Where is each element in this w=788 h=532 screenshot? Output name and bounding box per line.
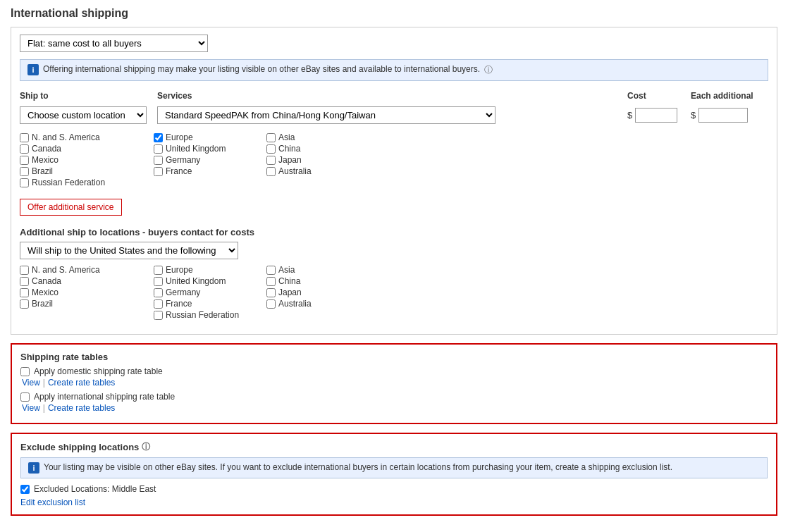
checkbox-germany[interactable] — [154, 156, 163, 165]
international-rate-label: Apply international shipping rate table — [34, 392, 175, 402]
add-location-canada[interactable]: Canada — [20, 276, 154, 286]
exclude-title-text: Exclude shipping locations — [20, 442, 139, 452]
each-additional-header: Each additional — [691, 88, 768, 104]
location-mexico[interactable]: Mexico — [20, 155, 154, 165]
add-location-brazil[interactable]: Brazil — [20, 299, 154, 309]
checkbox-asia[interactable] — [266, 133, 276, 142]
checkbox-canada[interactable] — [20, 144, 29, 154]
international-rate-links: View | Create rate tables — [22, 403, 768, 413]
checkbox-russian-federation[interactable] — [20, 178, 29, 187]
additional-ship-section: Additional ship to locations - buyers co… — [20, 227, 768, 321]
checkbox-n-s-america[interactable] — [20, 133, 29, 142]
add-checkbox-china[interactable] — [266, 277, 276, 286]
add-location-germany[interactable]: Germany — [154, 287, 266, 297]
exclude-info-text: Your listing may be visible on other eBa… — [44, 462, 672, 472]
add-checkbox-europe[interactable] — [154, 266, 163, 275]
cost-header: Cost — [627, 88, 691, 104]
exclude-title-row: Exclude shipping locations ⓘ — [20, 441, 768, 453]
add-checkbox-australia[interactable] — [266, 299, 276, 309]
location-asia[interactable]: Asia — [266, 132, 365, 142]
each-additional-dollar: $ — [691, 110, 696, 120]
ship-to-header: Ship to — [20, 88, 157, 104]
cost-input[interactable] — [635, 108, 677, 123]
add-checkbox-germany[interactable] — [154, 288, 163, 297]
domestic-rate-row: Apply domestic shipping rate table — [20, 366, 768, 376]
locations-grid: N. and S. America Canada Mexico Brazil R… — [20, 132, 768, 189]
help-icon: ⓘ — [484, 64, 493, 76]
exclude-info-icon: i — [28, 462, 39, 474]
checkbox-australia[interactable] — [266, 167, 276, 176]
checkbox-brazil[interactable] — [20, 167, 29, 176]
add-location-france[interactable]: France — [154, 299, 266, 309]
shipping-table: Ship to Services Cost Each additional Ch… — [20, 88, 768, 127]
additional-col2: Europe United Kingdom Germany France Rus… — [154, 265, 266, 321]
add-location-n-s-america[interactable]: N. and S. America — [20, 265, 154, 275]
pipe2: | — [43, 403, 45, 413]
add-checkbox-brazil[interactable] — [20, 299, 29, 309]
info-icon: i — [27, 64, 39, 75]
location-uk[interactable]: United Kingdom — [154, 144, 266, 154]
excluded-locations-checkbox[interactable] — [20, 485, 30, 494]
location-germany[interactable]: Germany — [154, 155, 266, 165]
info-bar: i Offering international shipping may ma… — [20, 59, 768, 81]
pipe1: | — [43, 378, 45, 388]
add-location-mexico[interactable]: Mexico — [20, 287, 154, 297]
additional-col3: Asia China Japan Australia — [266, 265, 365, 321]
checkbox-japan[interactable] — [266, 156, 276, 165]
create-domestic-link[interactable]: Create rate tables — [48, 378, 115, 388]
add-location-europe[interactable]: Europe — [154, 265, 266, 275]
checkbox-mexico[interactable] — [20, 156, 29, 165]
location-australia[interactable]: Australia — [266, 166, 365, 176]
services-header: Services — [157, 88, 627, 104]
excluded-locations-label: Excluded Locations: Middle East — [34, 484, 156, 494]
add-checkbox-canada[interactable] — [20, 277, 29, 286]
add-location-japan[interactable]: Japan — [266, 287, 365, 297]
flat-rate-select[interactable]: Flat: same cost to all buyers Calculated… — [20, 35, 208, 52]
add-checkbox-russian-federation[interactable] — [154, 311, 163, 320]
location-europe[interactable]: Europe — [154, 132, 266, 142]
add-checkbox-france[interactable] — [154, 299, 163, 309]
location-japan[interactable]: Japan — [266, 155, 365, 165]
international-shipping-section: Flat: same cost to all buyers Calculated… — [11, 27, 777, 335]
info-text: Offering international shipping may make… — [43, 64, 480, 74]
domestic-rate-checkbox[interactable] — [20, 367, 30, 376]
additional-title: Additional ship to locations - buyers co… — [20, 227, 768, 237]
add-location-uk[interactable]: United Kingdom — [154, 276, 266, 286]
domestic-rate-label: Apply domestic shipping rate table — [34, 366, 163, 376]
add-checkbox-n-s-america[interactable] — [20, 266, 29, 275]
add-checkbox-uk[interactable] — [154, 277, 163, 286]
add-checkbox-asia[interactable] — [266, 266, 276, 275]
shipping-rate-tables-section: Shipping rate tables Apply domestic ship… — [11, 343, 777, 424]
rate-tables-title: Shipping rate tables — [20, 352, 768, 362]
checkbox-france[interactable] — [154, 167, 163, 176]
location-brazil[interactable]: Brazil — [20, 166, 154, 176]
exclude-shipping-section: Exclude shipping locations ⓘ i Your list… — [11, 433, 777, 516]
add-location-russian-federation[interactable]: Russian Federation — [154, 310, 266, 320]
ship-to-select[interactable]: Choose custom location — [20, 106, 147, 124]
add-location-china[interactable]: China — [266, 276, 365, 286]
location-france[interactable]: France — [154, 166, 266, 176]
location-russian-federation[interactable]: Russian Federation — [20, 178, 154, 187]
view-international-link[interactable]: View — [22, 403, 40, 413]
add-checkbox-mexico[interactable] — [20, 288, 29, 297]
additional-ship-select[interactable]: Will ship to the United States and the f… — [20, 242, 238, 259]
location-n-s-america[interactable]: N. and S. America — [20, 132, 154, 142]
create-international-link[interactable]: Create rate tables — [48, 403, 115, 413]
location-china[interactable]: China — [266, 144, 365, 154]
additional-col1: N. and S. America Canada Mexico Brazil — [20, 265, 154, 321]
edit-exclusion-link[interactable]: Edit exclusion list — [20, 497, 85, 507]
checkbox-china[interactable] — [266, 144, 276, 154]
add-location-australia[interactable]: Australia — [266, 299, 365, 309]
domestic-rate-links: View | Create rate tables — [22, 378, 768, 388]
location-canada[interactable]: Canada — [20, 144, 154, 154]
checkbox-europe[interactable] — [154, 133, 163, 142]
offer-additional-service-button[interactable]: Offer additional service — [20, 199, 122, 216]
add-location-asia[interactable]: Asia — [266, 265, 365, 275]
checkbox-uk[interactable] — [154, 144, 163, 154]
add-checkbox-japan[interactable] — [266, 288, 276, 297]
service-select[interactable]: Standard SpeedPAK from China/Hong Kong/T… — [157, 106, 495, 124]
each-additional-input[interactable] — [698, 108, 748, 123]
view-domestic-link[interactable]: View — [22, 378, 40, 388]
international-rate-checkbox[interactable] — [20, 392, 30, 402]
locations-col3: Asia China Japan Australia — [266, 132, 365, 189]
